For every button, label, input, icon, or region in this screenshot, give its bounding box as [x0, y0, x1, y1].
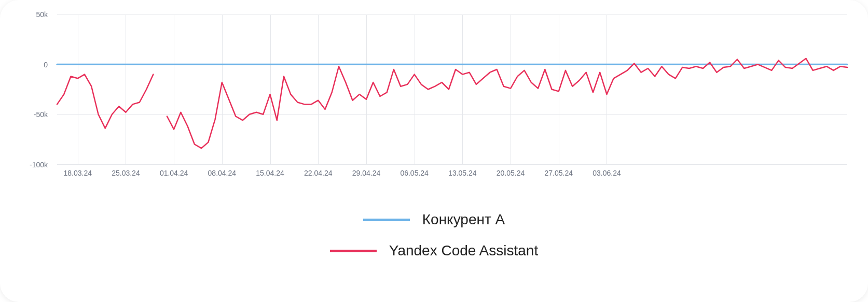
x-axis: 18.03.2425.03.2401.04.2408.04.2415.04.24… [57, 169, 847, 181]
y-tick: -50k [34, 110, 48, 119]
chart-card: 50k 0 -50k -100k 18.03.2425.03.2401.04.2… [0, 0, 868, 302]
x-tick: 20.05.24 [497, 169, 525, 177]
x-tick: 27.05.24 [545, 169, 573, 177]
legend-label: Yandex Code Assistant [389, 242, 538, 259]
x-tick: 06.05.24 [400, 169, 429, 177]
legend-item-competitor-a: Конкурент A [363, 211, 505, 228]
legend-label: Конкурент A [422, 211, 505, 228]
chart-area: 50k 0 -50k -100k 18.03.2425.03.2401.04.2… [21, 15, 847, 185]
x-tick: 08.04.24 [208, 169, 237, 177]
plot-region [57, 15, 847, 165]
x-tick: 25.03.24 [112, 169, 140, 177]
x-tick: 15.04.24 [256, 169, 284, 177]
legend-swatch [330, 250, 377, 252]
x-tick: 18.03.24 [63, 169, 92, 177]
y-tick: -100k [30, 161, 48, 169]
x-tick: 29.04.24 [352, 169, 381, 177]
legend-item-yandex-code-assistant: Yandex Code Assistant [330, 242, 538, 259]
y-tick: 50k [36, 10, 48, 19]
y-tick: 0 [44, 61, 48, 69]
legend: Конкурент A Yandex Code Assistant [21, 211, 847, 259]
x-tick: 03.06.24 [593, 169, 621, 177]
y-axis: 50k 0 -50k -100k [21, 15, 52, 165]
x-tick: 01.04.24 [160, 169, 188, 177]
legend-swatch [363, 219, 410, 221]
series-line [57, 59, 847, 148]
x-tick: 22.04.24 [304, 169, 333, 177]
x-tick: 13.05.24 [448, 169, 477, 177]
